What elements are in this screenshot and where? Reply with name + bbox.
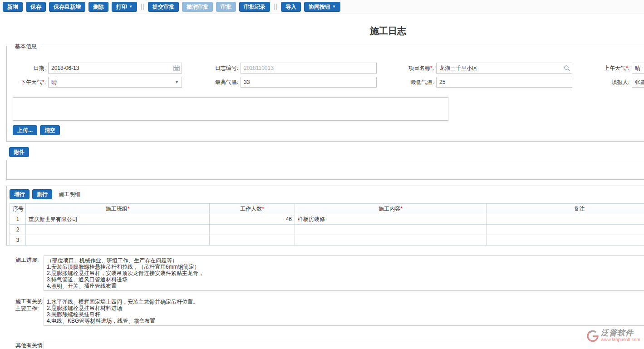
collaborate-button[interactable]: 协同按钮 ▼ (304, 2, 340, 12)
remark-cell[interactable] (487, 235, 644, 246)
fanpu-watermark: 泛普软件 www.fanpusoft.com (586, 329, 640, 343)
progress-text[interactable]: （部位项目、机械作业、班组工作、生产存在问题等） 1.安装吊顶膨胀螺栓悬挂吊杆和… (44, 256, 644, 291)
construction-detail-section: 增行 删行 施工明细 序号 施工班组* 工作人数* 施工内容* 备注 1 (6, 186, 644, 246)
toolbar: 新增 保存 保存且新增 删除 打印 ▼ 提交审批 撤消审批 审批 审批记录 导入… (0, 0, 644, 14)
search-icon[interactable] (564, 65, 570, 71)
save-and-new-button[interactable]: 保存且新增 (49, 2, 85, 12)
row-no: 1 (10, 214, 26, 225)
row-no: 3 (10, 235, 26, 246)
add-row-button[interactable]: 增行 (10, 189, 29, 199)
other-info-section: 其他有关情况: (15, 341, 644, 349)
caret-down-icon: ▼ (129, 5, 133, 9)
col-workers: 工作人数* (210, 204, 295, 214)
content-cell[interactable]: 样板房装修 (295, 214, 487, 225)
min-temp-field[interactable] (436, 77, 572, 88)
other-info-text[interactable] (44, 341, 644, 349)
project-label: 项目名称*: (377, 64, 436, 72)
print-label: 打印 (116, 4, 127, 10)
required-mark: * (128, 206, 130, 212)
form-row-2: 下午天气*: 晴 ▼ 最高气温: 最低气温: 填报人: (7, 77, 644, 88)
label-colon: : (44, 79, 46, 85)
col-team: 施工班组* (26, 204, 210, 214)
log-no-label: 日志编号: (182, 64, 241, 72)
am-weather-field[interactable] (632, 63, 644, 74)
main-work-section: 施工有关的主要工作: 1.水平弹线、横辉固定墙上四周，安装主龙骨并确定吊杆位置。… (15, 297, 644, 326)
reporter-field[interactable] (632, 77, 644, 88)
pm-weather-select[interactable]: 晴 ▼ (48, 77, 182, 88)
upload-button-row: 上传... 清空 (13, 125, 644, 135)
calendar-icon[interactable] (173, 65, 180, 71)
pm-weather-label-text: 下午天气 (20, 79, 42, 85)
project-input[interactable] (436, 63, 572, 74)
construction-log-page: 新增 保存 保存且新增 删除 打印 ▼ 提交审批 撤消审批 审批 审批记录 导入… (0, 0, 644, 349)
content-cell[interactable] (295, 225, 487, 235)
table-row[interactable]: 2 (10, 225, 644, 235)
project-field[interactable] (436, 63, 572, 74)
cancel-approval-button: 撤消审批 (182, 2, 213, 12)
watermark-text: 泛普软件 www.fanpusoft.com (601, 329, 640, 343)
new-button[interactable]: 新增 (3, 2, 23, 12)
col-team-label: 施工班组 (106, 206, 128, 212)
reporter-input[interactable] (632, 77, 644, 88)
min-temp-input[interactable] (436, 77, 572, 88)
import-button[interactable]: 导入 (281, 2, 301, 12)
row-no: 2 (10, 225, 26, 235)
pm-weather-label: 下午天气*: (7, 79, 48, 86)
col-content: 施工内容* (295, 204, 487, 214)
collaborate-label: 协同按钮 (309, 4, 330, 10)
reporter-label: 填报人: (572, 79, 632, 86)
clear-button[interactable]: 清空 (40, 125, 60, 135)
approval-record-button[interactable]: 审批记录 (239, 2, 270, 12)
delete-button[interactable]: 删除 (88, 2, 108, 12)
attachment-button[interactable]: 附件 (9, 147, 29, 157)
workers-cell[interactable] (210, 235, 295, 246)
remark-cell[interactable] (487, 214, 644, 225)
table-row[interactable]: 3 (10, 235, 644, 246)
basic-info-section: 基本信息 日期: 日志编号: 项目名称*: (6, 46, 644, 142)
required-mark: * (400, 206, 403, 212)
label-colon: : (628, 65, 629, 71)
toolbar-separator (141, 4, 144, 10)
col-no: 序号 (10, 204, 26, 214)
team-cell[interactable]: 重庆新世界有限公司 (26, 214, 210, 225)
workers-cell[interactable] (210, 225, 295, 235)
table-row[interactable]: 1 重庆新世界有限公司 46 样板房装修 (10, 214, 644, 225)
am-weather-input[interactable] (632, 63, 644, 74)
print-button[interactable]: 打印 ▼ (112, 2, 137, 12)
remark-cell[interactable] (487, 225, 644, 235)
date-label: 日期: (7, 64, 48, 72)
date-field[interactable] (48, 63, 182, 74)
watermark-site: www.fanpusoft.com (601, 336, 640, 343)
am-weather-label-text: 上午天气 (604, 65, 626, 71)
max-temp-field[interactable] (241, 77, 377, 88)
detail-toolbar: 增行 删行 施工明细 (10, 189, 644, 199)
team-cell[interactable] (26, 235, 210, 246)
basic-remark-textarea[interactable] (13, 97, 448, 121)
date-input[interactable] (48, 63, 182, 74)
col-content-label: 施工内容 (379, 206, 400, 212)
form-row-1: 日期: 日志编号: 项目名称*: (7, 63, 644, 74)
detail-section-title: 施工明细 (59, 191, 80, 198)
chevron-down-icon[interactable]: ▼ (175, 80, 179, 84)
save-button[interactable]: 保存 (26, 2, 46, 12)
label-colon: : (433, 65, 434, 71)
watermark-brand: 泛普软件 (601, 329, 640, 336)
pm-weather-value: 晴 (51, 79, 175, 86)
toolbar-separator (274, 4, 277, 10)
submit-approval-button[interactable]: 提交审批 (148, 2, 179, 12)
content-cell[interactable] (295, 235, 487, 246)
approve-button: 审批 (216, 2, 236, 12)
progress-label: 施工进展: (15, 256, 44, 291)
log-no-field (241, 63, 377, 74)
other-info-label: 其他有关情况: (15, 341, 44, 349)
main-work-label: 施工有关的主要工作: (15, 297, 44, 326)
attachment-button-row: 附件 (9, 147, 644, 157)
upload-button[interactable]: 上传... (13, 125, 37, 135)
detail-table: 序号 施工班组* 工作人数* 施工内容* 备注 1 重庆新世界有限公司 46 样… (10, 203, 644, 246)
required-mark: * (262, 206, 264, 212)
workers-cell[interactable]: 46 (210, 214, 295, 225)
max-temp-input[interactable] (241, 77, 377, 88)
main-work-text[interactable]: 1.水平弹线、横辉固定墙上四周，安装主龙骨并确定吊杆位置。 2.悬膨胀螺栓悬挂吊… (44, 297, 644, 326)
team-cell[interactable] (26, 225, 210, 235)
delete-row-button[interactable]: 删行 (32, 189, 52, 199)
